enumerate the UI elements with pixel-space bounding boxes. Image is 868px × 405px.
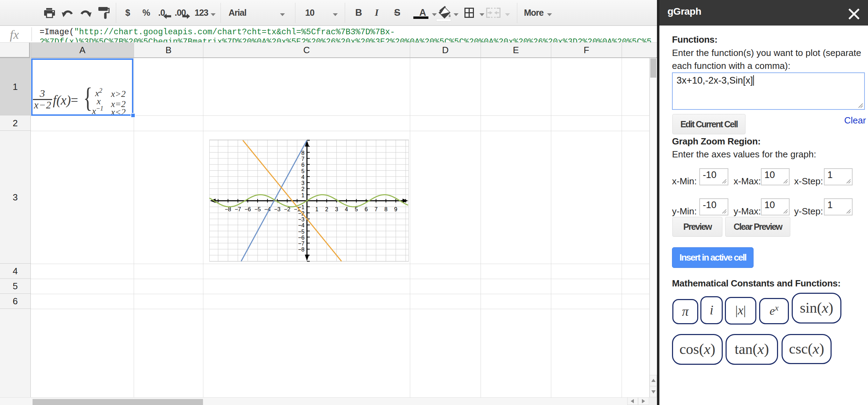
svg-text:−5: −5 xyxy=(254,206,261,212)
svg-text:4: 4 xyxy=(301,174,304,180)
svg-text:1: 1 xyxy=(315,206,318,212)
svg-text:9: 9 xyxy=(394,206,397,212)
svg-text:2: 2 xyxy=(301,186,304,192)
svg-text:3: 3 xyxy=(301,180,304,186)
svg-text:−8: −8 xyxy=(298,247,304,253)
svg-text:−3: −3 xyxy=(298,216,304,222)
svg-text:−3: −3 xyxy=(274,206,280,212)
svg-text:4: 4 xyxy=(345,206,348,212)
svg-text:2: 2 xyxy=(325,206,328,212)
svg-text:7: 7 xyxy=(301,156,304,162)
svg-text:6: 6 xyxy=(301,162,304,168)
svg-text:7: 7 xyxy=(374,206,378,212)
svg-text:−5: −5 xyxy=(298,229,304,235)
svg-text:−7: −7 xyxy=(298,241,304,247)
svg-text:3: 3 xyxy=(335,206,338,212)
svg-text:8: 8 xyxy=(384,206,387,212)
svg-text:−6: −6 xyxy=(245,206,251,212)
svg-text:−2: −2 xyxy=(284,206,290,212)
svg-text:5: 5 xyxy=(355,206,358,212)
svg-text:1: 1 xyxy=(301,192,304,198)
svg-text:−7: −7 xyxy=(234,206,241,212)
svg-text:−4: −4 xyxy=(298,222,304,228)
svg-text:5: 5 xyxy=(301,168,304,174)
svg-text:−6: −6 xyxy=(298,235,304,241)
svg-text:6: 6 xyxy=(365,206,368,212)
svg-text:8: 8 xyxy=(301,150,304,156)
